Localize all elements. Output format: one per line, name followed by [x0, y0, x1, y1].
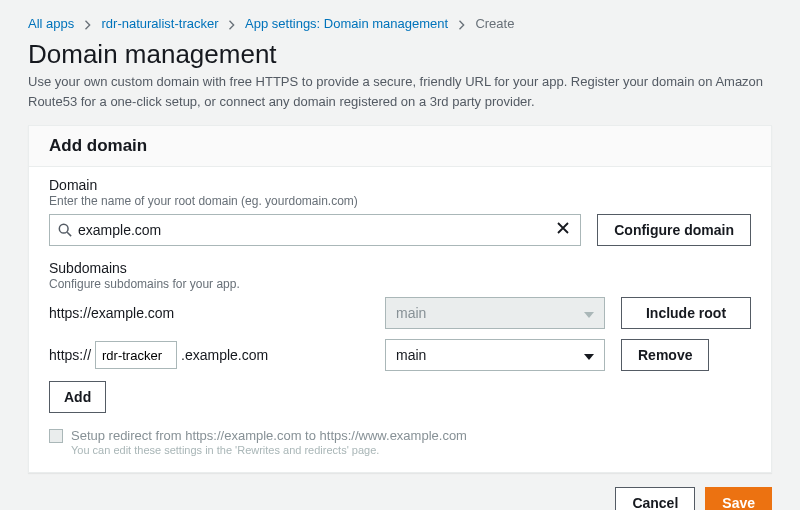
domain-input-wrap — [49, 214, 581, 246]
breadcrumb-link-settings[interactable]: App settings: Domain management — [245, 16, 448, 31]
branch-select: main — [385, 297, 605, 329]
domain-label: Domain — [49, 177, 751, 193]
redirect-checkbox[interactable] — [49, 429, 63, 443]
subdomain-row: https://example.com main Include root — [49, 297, 751, 329]
subdomain-url: https:// .example.com — [49, 341, 369, 369]
caret-down-icon — [584, 305, 594, 321]
breadcrumb-link-all-apps[interactable]: All apps — [28, 16, 74, 31]
panel-title: Add domain — [29, 126, 771, 167]
url-suffix: .example.com — [181, 347, 268, 363]
configure-domain-button[interactable]: Configure domain — [597, 214, 751, 246]
subdomain-url: https://example.com — [49, 305, 369, 321]
page-subtext: Use your own custom domain with free HTT… — [28, 72, 772, 111]
breadcrumb-link-app[interactable]: rdr-naturalist-tracker — [102, 16, 219, 31]
search-icon — [50, 223, 78, 237]
domain-input[interactable] — [78, 215, 546, 245]
svg-point-0 — [59, 224, 68, 233]
chevron-right-icon — [228, 20, 236, 30]
branch-select-value: main — [396, 305, 426, 321]
chevron-right-icon — [84, 20, 92, 30]
redirect-sublabel: You can edit these settings in the 'Rewr… — [71, 444, 467, 456]
subdomain-input[interactable] — [95, 341, 177, 369]
breadcrumb: All apps rdr-naturalist-tracker App sett… — [28, 16, 772, 31]
subdomains-hint: Configure subdomains for your app. — [49, 277, 751, 291]
redirect-label: Setup redirect from https://example.com … — [71, 428, 467, 443]
caret-down-icon — [584, 347, 594, 363]
branch-select-value: main — [396, 347, 426, 363]
chevron-right-icon — [458, 20, 466, 30]
domain-hint: Enter the name of your root domain (eg. … — [49, 194, 751, 208]
svg-line-1 — [67, 232, 71, 236]
close-icon — [556, 221, 570, 239]
subdomain-row: https:// .example.com main Remove — [49, 339, 751, 371]
branch-select[interactable]: main — [385, 339, 605, 371]
subdomains-label: Subdomains — [49, 260, 751, 276]
page-title: Domain management — [28, 39, 772, 70]
footer-actions: Cancel Save — [0, 473, 800, 510]
add-domain-panel: Add domain Domain Enter the name of your… — [28, 125, 772, 473]
clear-input-button[interactable] — [546, 215, 580, 245]
url-text: https://example.com — [49, 305, 174, 321]
include-root-button[interactable]: Include root — [621, 297, 751, 329]
breadcrumb-current: Create — [475, 16, 514, 31]
save-button[interactable]: Save — [705, 487, 772, 510]
remove-subdomain-button[interactable]: Remove — [621, 339, 709, 371]
url-prefix: https:// — [49, 347, 91, 363]
add-subdomain-button[interactable]: Add — [49, 381, 106, 413]
cancel-button[interactable]: Cancel — [615, 487, 695, 510]
